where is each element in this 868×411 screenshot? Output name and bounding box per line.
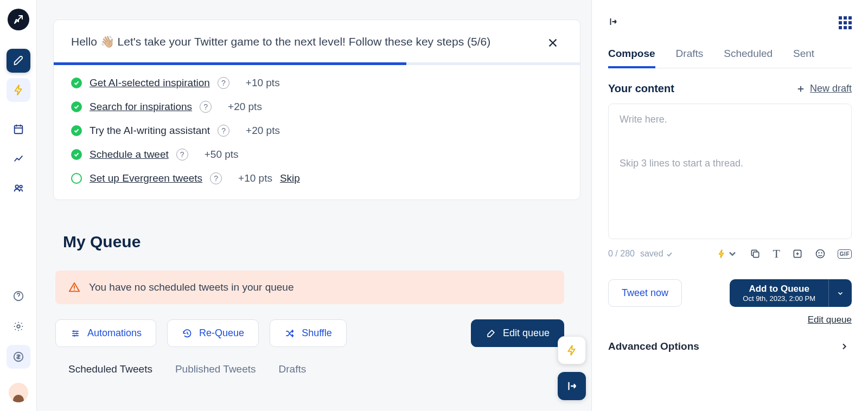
compose-tabs: ComposeDraftsScheduledSent: [608, 48, 852, 68]
check-done-icon: [71, 101, 82, 112]
help-icon[interactable]: ?: [218, 125, 229, 137]
step-points: +10 pts: [238, 172, 272, 184]
step-label[interactable]: Search for inspirations: [90, 101, 192, 113]
svg-rect-0: [14, 126, 22, 134]
svg-point-8: [816, 250, 824, 258]
nav-analytics[interactable]: [7, 146, 30, 170]
onboarding-heading: Hello 👋🏼 Let's take your Twitter game to…: [71, 33, 532, 53]
float-expand-button[interactable]: [558, 372, 586, 400]
content-heading: Your content: [608, 82, 674, 95]
step-label[interactable]: Set up Evergreen tweets: [90, 172, 202, 184]
nav-team[interactable]: [7, 176, 30, 200]
alert-text: You have no scheduled tweets in your que…: [89, 281, 293, 293]
step-label[interactable]: Get AI-selected inspiration: [90, 77, 210, 89]
queue-title: My Queue: [63, 233, 580, 251]
help-icon[interactable]: ?: [176, 149, 188, 160]
add-media-icon[interactable]: [792, 248, 803, 259]
queue-subtabs: Scheduled TweetsPublished TweetsDrafts: [68, 363, 580, 375]
nav-calendar[interactable]: [7, 117, 30, 141]
edit-queue-link[interactable]: Edit queue: [608, 314, 852, 325]
nav-settings[interactable]: [7, 314, 30, 338]
onboard-step-0: Get AI-selected inspiration?+10 pts: [71, 77, 563, 89]
plus-icon: [796, 84, 806, 94]
onboard-step-3: Schedule a tweet?+50 pts: [71, 149, 563, 160]
queue-actions: Automations Re-Queue Shuffle Edit queue: [55, 319, 580, 347]
step-points: +50 pts: [205, 149, 239, 160]
onboard-step-2: Try the AI-writing assistant?+20 pts: [71, 125, 563, 137]
help-icon[interactable]: ?: [200, 101, 212, 113]
skip-link[interactable]: Skip: [280, 172, 300, 184]
requeue-button[interactable]: Re-Queue: [167, 319, 259, 347]
empty-queue-alert: You have no scheduled tweets in your que…: [55, 271, 564, 304]
compose-panel: ComposeDraftsScheduledSent Your content …: [591, 0, 868, 411]
left-sidebar: [0, 0, 37, 411]
onboard-step-1: Search for inspirations?+20 pts: [71, 101, 563, 113]
svg-point-2: [20, 185, 22, 188]
copy-icon[interactable]: [750, 248, 761, 259]
check-done-icon: [71, 125, 82, 136]
tweet-now-button[interactable]: Tweet now: [608, 279, 682, 307]
history-icon: [182, 328, 193, 339]
step-label: Try the AI-writing assistant: [90, 125, 210, 137]
nav-compose[interactable]: [7, 49, 30, 73]
tab-drafts[interactable]: Drafts: [676, 48, 704, 68]
tab-scheduled[interactable]: Scheduled: [724, 48, 773, 68]
app-logo[interactable]: [8, 9, 29, 30]
svg-point-9: [819, 253, 819, 253]
close-onboarding-button[interactable]: [543, 33, 563, 53]
ai-suggest-icon[interactable]: [716, 248, 738, 259]
gif-icon[interactable]: GIF: [838, 249, 852, 259]
onboarding-steps: Get AI-selected inspiration?+10 ptsSearc…: [54, 65, 580, 200]
warning-icon: [68, 281, 80, 293]
svg-point-10: [821, 253, 822, 253]
check-todo-icon: [71, 173, 82, 184]
sliders-icon: [70, 328, 81, 339]
step-points: +10 pts: [246, 77, 280, 89]
compose-textarea[interactable]: Write here. Skip 3 lines to start a thre…: [608, 104, 852, 239]
user-avatar[interactable]: [9, 383, 28, 402]
help-icon[interactable]: ?: [210, 172, 222, 184]
queue-dropdown-chevron[interactable]: [828, 279, 852, 307]
new-draft-button[interactable]: New draft: [796, 83, 852, 94]
nav-help[interactable]: [7, 284, 30, 308]
collapse-panel-icon[interactable]: [608, 17, 618, 29]
shuffle-button[interactable]: Shuffle: [270, 319, 347, 347]
step-points: +20 pts: [246, 125, 280, 137]
subtab-scheduled-tweets[interactable]: Scheduled Tweets: [68, 363, 152, 375]
svg-point-4: [17, 325, 20, 328]
onboard-step-4: Set up Evergreen tweets?+10 ptsSkip: [71, 172, 563, 184]
floating-buttons: [558, 336, 586, 400]
saved-status: saved: [640, 249, 673, 259]
help-icon[interactable]: ?: [218, 77, 229, 89]
shuffle-icon: [284, 328, 295, 339]
add-to-queue-button[interactable]: Add to QueueOct 9th, 2023, 2:00 PM: [730, 279, 852, 307]
text-format-icon[interactable]: T: [773, 247, 780, 261]
check-done-icon: [71, 149, 82, 160]
tab-sent[interactable]: Sent: [793, 48, 814, 68]
advanced-options-toggle[interactable]: Advanced Options: [608, 341, 852, 352]
svg-rect-6: [754, 252, 759, 258]
check-done-icon: [71, 78, 82, 88]
float-bolt-button[interactable]: [558, 336, 586, 364]
onboarding-card: Hello 👋🏼 Let's take your Twitter game to…: [53, 20, 580, 200]
edit-queue-button[interactable]: Edit queue: [471, 319, 564, 347]
svg-point-1: [15, 185, 18, 188]
step-label[interactable]: Schedule a tweet: [90, 149, 169, 160]
nav-billing[interactable]: [7, 345, 30, 369]
automations-button[interactable]: Automations: [55, 319, 156, 347]
apps-grid-icon[interactable]: [839, 16, 852, 29]
step-points: +20 pts: [228, 101, 262, 113]
subtab-drafts[interactable]: Drafts: [279, 363, 307, 375]
chevron-right-icon: [840, 342, 848, 351]
emoji-icon[interactable]: [815, 248, 826, 259]
main-content: Hello 👋🏼 Let's take your Twitter game to…: [37, 0, 591, 411]
subtab-published-tweets[interactable]: Published Tweets: [175, 363, 256, 375]
edit-icon: [486, 328, 496, 339]
char-counter: 0 / 280: [608, 249, 635, 259]
tab-compose[interactable]: Compose: [608, 48, 655, 68]
nav-bolt[interactable]: [7, 78, 30, 102]
